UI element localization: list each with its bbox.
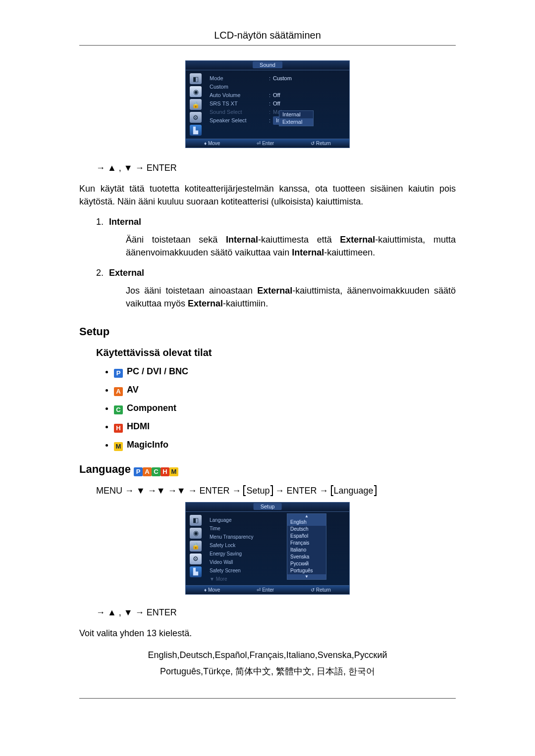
heading-setup: Setup: [79, 325, 456, 338]
osd-row-label: Auto Volume: [210, 91, 269, 100]
osd-sidebar: ◧ ◉ 🔒 ⚙ ▙: [186, 512, 206, 585]
nav-sequence: → ▲ , ▼ → ENTER: [96, 607, 456, 618]
osd-title: Setup: [254, 503, 282, 510]
page-title: LCD-näytön säätäminen: [79, 30, 456, 41]
osd-row-label: Safety Screen: [210, 566, 274, 575]
badge-a-icon: A: [143, 467, 152, 476]
osd-row-label: Sound Select: [210, 108, 269, 116]
osd-row-label: Speaker Select: [210, 116, 269, 125]
osd-speaker-dropdown: Internal External: [279, 110, 314, 126]
dropdown-option: English: [287, 519, 326, 526]
sound-icon: ◉: [190, 86, 202, 97]
dropdown-option: Русский: [287, 560, 326, 567]
dropdown-option: Italiano: [287, 547, 326, 554]
lock-icon: 🔒: [190, 541, 202, 552]
heading-modes: Käytettävissä olevat tilat: [96, 347, 456, 358]
badge-p-icon: P: [134, 467, 143, 476]
lock-icon: 🔒: [190, 99, 202, 110]
modes-list: PPC / DVI / BNC AAV CComponent HHDMI MMa…: [114, 366, 456, 451]
footer-move: ♦ Move: [204, 141, 220, 146]
bracket-language: Language: [331, 485, 376, 496]
badge-m-icon: M: [114, 442, 123, 451]
osd-sidebar: ◧ ◉ 🔒 ⚙ ▙: [186, 70, 206, 139]
picture-icon: ◧: [190, 515, 202, 526]
setup-icon: ⚙: [190, 554, 202, 564]
dropdown-option: Internal: [279, 111, 313, 118]
osd-titlebar: Setup: [186, 503, 349, 512]
badge-h-icon: H: [114, 424, 123, 433]
footer-enter: ⏎ Enter: [257, 587, 274, 593]
badge-a-icon: A: [114, 387, 123, 396]
dropdown-option: Português: [287, 567, 326, 574]
dropdown-option: External: [279, 118, 313, 126]
osd-setup: Setup ◧ ◉ 🔒 ⚙ ▙ Language Time Menu Trans…: [185, 502, 350, 595]
nav-sequence-language: MENU → ▼ →▼ →▼ → ENTER → Setup → ENTER →…: [96, 485, 456, 496]
list-item-text: Ääni toistetaan sekä Internal-kaiuttimes…: [126, 233, 456, 259]
list-item: 2.External Jos ääni toistetaan ainoastaa…: [96, 268, 456, 310]
osd-row-label: Menu Transparency: [210, 533, 274, 541]
dropdown-option: Français: [287, 540, 326, 547]
osd-row-label: Safety Lock: [210, 541, 274, 550]
mode-item: MMagicInfo: [114, 440, 456, 451]
osd-list: Mode:Custom Custom Auto Volume:Off SRS T…: [206, 70, 349, 139]
osd-language-dropdown: ▲ English Deutsch Español Français Itali…: [287, 513, 326, 580]
osd-footer: ♦ Move ⏎ Enter ↺ Return: [186, 585, 349, 594]
list-item-text: Jos ääni toistetaan ainoastaan External-…: [126, 284, 456, 310]
badge-c-icon: C: [152, 467, 160, 476]
picture-icon: ◧: [190, 73, 202, 84]
mode-item: PPC / DVI / BNC: [114, 366, 456, 378]
badge-p-icon: P: [114, 369, 123, 378]
osd-row-label: Custom: [210, 83, 269, 91]
numbered-list: 1.Internal Ääni toistetaan sekä Internal…: [96, 217, 456, 310]
multi-icon: ▙: [190, 125, 202, 136]
dropdown-option: Svenska: [287, 554, 326, 560]
osd-list: Language Time Menu Transparency Safety L…: [206, 512, 349, 585]
sound-icon: ◉: [190, 528, 202, 539]
osd-titlebar: Sound: [186, 61, 349, 70]
footer-return: ↺ Return: [311, 587, 331, 593]
osd-footer: ♦ Move ⏎ Enter ↺ Return: [186, 139, 349, 148]
osd-sound: Sound ◧ ◉ 🔒 ⚙ ▙ Mode:Custom Custom Auto …: [185, 60, 350, 148]
osd-row-label: SRS TS XT: [210, 100, 269, 108]
osd-row-value: Custom: [273, 74, 347, 83]
list-item: 1.Internal Ääni toistetaan sekä Internal…: [96, 217, 456, 259]
footer-return: ↺ Return: [311, 141, 331, 146]
body-paragraph: Voit valita yhden 13 kielestä.: [79, 627, 456, 640]
setup-icon: ⚙: [190, 112, 202, 123]
divider: [79, 45, 456, 46]
heading-language: Language PACHM: [79, 463, 456, 476]
osd-row-label: Energy Saving: [210, 550, 274, 558]
badge-m-icon: M: [169, 467, 178, 476]
body-paragraph: Kun käytät tätä tuotetta kotiteatterijär…: [79, 182, 456, 208]
badge-c-icon: C: [114, 405, 123, 414]
dropdown-option: Deutsch: [287, 526, 326, 533]
scroll-down-icon: ▼: [287, 574, 326, 579]
osd-row-value: Off: [273, 100, 347, 108]
osd-row-label: Language: [210, 516, 274, 524]
nav-sequence: → ▲ , ▼ → ENTER: [96, 163, 456, 173]
multi-icon: ▙: [190, 566, 202, 577]
mode-item: AAV: [114, 385, 456, 396]
osd-more: ▼ More: [210, 575, 274, 583]
footer-enter: ⏎ Enter: [257, 141, 274, 146]
osd-title: Sound: [253, 61, 282, 68]
badge-h-icon: H: [160, 467, 169, 476]
mode-item: CComponent: [114, 403, 456, 414]
osd-row-value: Off: [273, 91, 347, 100]
osd-row-label: Video Wall: [210, 558, 274, 566]
footer-move: ♦ Move: [204, 587, 220, 593]
scroll-up-icon: ▲: [287, 514, 326, 519]
osd-row-label: Mode: [210, 74, 269, 83]
divider: [79, 698, 456, 699]
bracket-setup: Setup: [243, 485, 272, 496]
languages-line1: English,Deutsch,Español,Français,Italian…: [79, 649, 456, 662]
osd-row-value: [273, 83, 347, 91]
languages-line2: Português,Türkçe, 简体中文, 繁體中文, 日本語, 한국어: [79, 665, 456, 678]
badges-inline: PACHM: [134, 463, 178, 475]
osd-row-label: Time: [210, 524, 274, 533]
mode-item: HHDMI: [114, 421, 456, 433]
dropdown-option: Español: [287, 533, 326, 540]
